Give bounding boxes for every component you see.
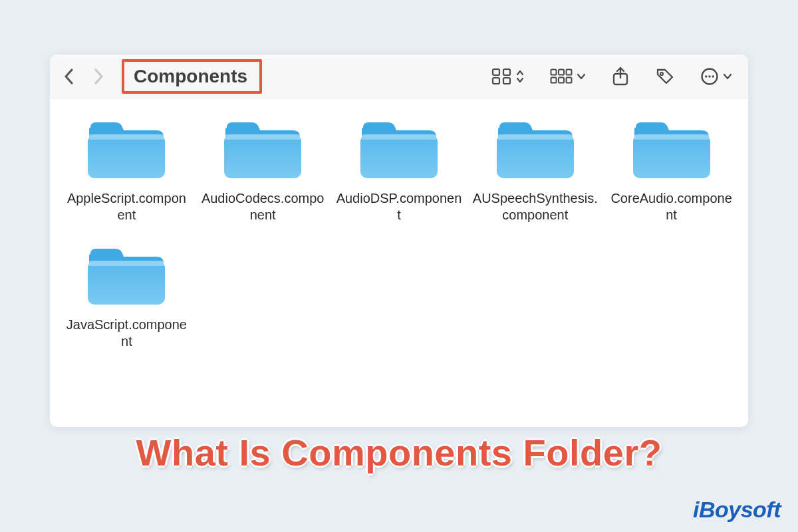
folder-icon (356, 117, 442, 184)
svg-point-16 (712, 75, 714, 77)
svg-rect-22 (360, 134, 438, 140)
svg-rect-0 (493, 69, 499, 75)
folder-icon (84, 117, 169, 184)
svg-rect-5 (559, 69, 564, 74)
folder-item[interactable]: AppleScript.component (62, 117, 192, 223)
toolbar-right (491, 66, 732, 86)
svg-rect-26 (633, 134, 710, 140)
view-mode-button[interactable] (491, 68, 525, 85)
grid-icon (491, 68, 511, 85)
folder-icon (629, 117, 714, 184)
icon-grid: AppleScript.component AudioCodecs.compon… (62, 117, 736, 350)
window-title: Components (122, 59, 262, 94)
folder-label: AudioCodecs.component (200, 190, 326, 223)
back-button[interactable] (62, 69, 76, 84)
svg-rect-28 (88, 261, 165, 266)
svg-rect-21 (360, 134, 438, 178)
tags-button[interactable] (655, 67, 675, 86)
svg-rect-19 (224, 134, 301, 178)
folder-icon (84, 243, 169, 310)
group-by-button[interactable] (550, 68, 586, 84)
share-button[interactable] (611, 66, 630, 86)
svg-rect-27 (88, 261, 165, 305)
svg-point-14 (705, 75, 707, 77)
svg-rect-18 (88, 134, 165, 140)
chevron-down-icon (723, 72, 732, 81)
svg-point-12 (660, 72, 663, 74)
up-down-chevron-icon (515, 69, 525, 84)
tag-icon (655, 67, 675, 86)
chevron-left-icon (63, 68, 75, 85)
svg-rect-20 (224, 134, 301, 140)
finder-window: Components (50, 55, 748, 427)
brand-logo: iBoysoft (693, 497, 781, 523)
folder-label: AppleScript.component (63, 190, 190, 223)
share-icon (611, 66, 630, 86)
chevron-right-icon (92, 68, 104, 85)
svg-rect-23 (497, 134, 574, 178)
svg-rect-2 (493, 78, 499, 84)
folder-label: AUSpeechSynthesis.component (472, 190, 598, 223)
folder-item[interactable]: AudioDSP.component (334, 117, 464, 223)
forward-button[interactable] (91, 69, 106, 84)
folder-label: JavaScript.component (63, 317, 190, 350)
svg-rect-24 (497, 134, 574, 140)
toolbar: Components (50, 55, 748, 98)
svg-rect-1 (503, 69, 510, 75)
svg-rect-4 (551, 69, 557, 74)
svg-rect-3 (503, 78, 510, 84)
chevron-down-icon (577, 72, 586, 81)
svg-point-15 (708, 75, 710, 77)
folder-label: AudioDSP.component (336, 190, 462, 223)
folder-item[interactable]: AudioCodecs.component (198, 117, 328, 223)
svg-rect-8 (559, 77, 564, 82)
folder-item[interactable]: AUSpeechSynthesis.component (470, 117, 600, 223)
folder-content: AppleScript.component AudioCodecs.compon… (50, 98, 748, 427)
folder-label: CoreAudio.component (608, 190, 735, 223)
svg-rect-25 (633, 134, 710, 178)
more-actions-button[interactable] (700, 67, 732, 86)
folder-item[interactable]: CoreAudio.component (606, 117, 736, 223)
nav-buttons (62, 69, 106, 84)
ellipsis-circle-icon (700, 67, 719, 86)
folder-icon (220, 117, 305, 184)
folder-icon (493, 117, 578, 184)
headline-text: What Is Components Folder? (0, 431, 798, 474)
folder-item[interactable]: JavaScript.component (62, 243, 192, 350)
group-grid-icon (550, 68, 573, 84)
svg-rect-17 (88, 134, 165, 178)
svg-rect-6 (567, 69, 572, 74)
svg-rect-9 (567, 77, 572, 82)
svg-rect-7 (551, 77, 557, 82)
